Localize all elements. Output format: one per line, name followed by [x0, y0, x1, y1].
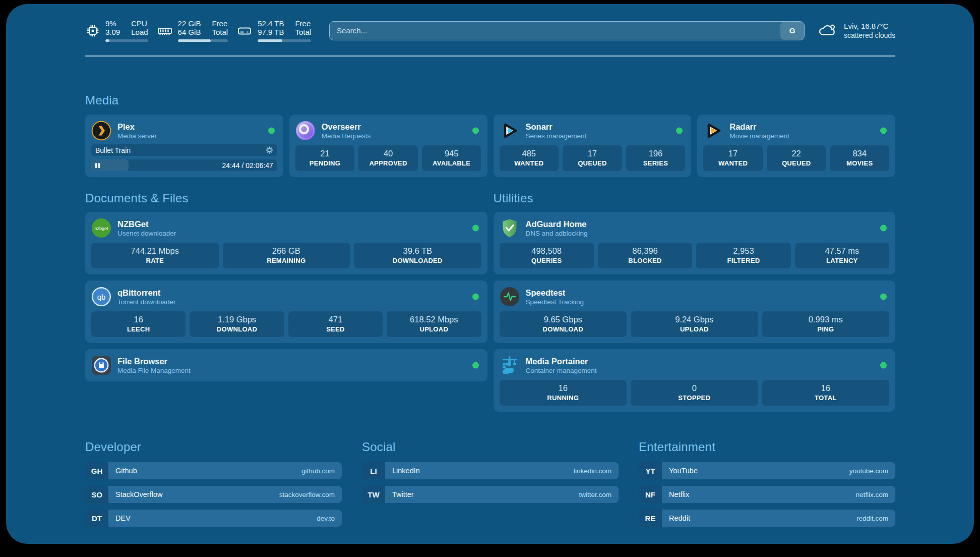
stat-box: 17 WANTED — [703, 145, 763, 171]
stat-label: QUERIES — [502, 256, 592, 265]
stat-box: 47.57 ms LATENCY — [795, 243, 889, 268]
search-provider-button[interactable]: G — [780, 22, 804, 40]
bookmark-group-developer: Developer GH Github github.com SO StackO… — [85, 440, 342, 533]
stat-value: 0.993 ms — [764, 314, 888, 325]
bookmark-name: Netflix — [669, 490, 689, 498]
bookmark-name: Github — [115, 467, 137, 475]
stat-box: 9.65 Gbps DOWNLOAD — [500, 311, 627, 337]
service-card-qbittorrent[interactable]: qb qBittorrent Torrent downloader — [85, 281, 487, 343]
bookmark-group-entertainment: Entertainment YT YouTube youtube.com NF … — [639, 440, 895, 533]
bookmark-url: youtube.com — [849, 467, 888, 475]
service-card-overseerr[interactable]: Overseerr Media Requests 21 PENDING 40 A… — [289, 115, 487, 177]
stat-label: LEECH — [93, 325, 183, 333]
stat-box: 834 MOVIES — [830, 145, 889, 171]
bookmark-twitter[interactable]: TW Twitter twitter.com — [362, 486, 619, 503]
status-dot — [676, 128, 683, 134]
stat-label: REMAINING — [225, 256, 348, 265]
bookmark-abbr: RE — [639, 510, 662, 527]
stat-label: DOWNLOAD — [502, 325, 625, 333]
gear-icon[interactable] — [266, 146, 273, 154]
stat-value: 618.52 Mbps — [389, 314, 479, 325]
service-card-speedtest[interactable]: Speedtest Speedtest Tracking 9.65 Gbps D… — [494, 281, 896, 343]
cpu-progress-fill — [105, 39, 109, 42]
stat-label: PENDING — [297, 159, 353, 168]
stat-label: APPROVED — [360, 159, 416, 168]
stat-box: 196 SERIES — [626, 145, 686, 171]
stat-box: 9.24 Gbps UPLOAD — [631, 311, 758, 337]
bookmark-abbr: TW — [362, 486, 385, 503]
bookmark-youtube[interactable]: YT YouTube youtube.com — [639, 462, 895, 479]
stat-value: 266 GB — [225, 246, 348, 256]
bookmark-url: twitter.com — [579, 491, 611, 498]
bookmark-abbr: LI — [362, 462, 385, 479]
adguard-icon — [500, 218, 520, 238]
bookmark-reddit[interactable]: RE Reddit reddit.com — [639, 510, 895, 527]
qbittorrent-icon: qb — [91, 287, 111, 307]
bookmark-abbr: NF — [639, 486, 662, 503]
stat-box: 0.993 ms PING — [762, 311, 890, 337]
bookmark-url: netflix.com — [855, 491, 888, 498]
service-subtitle: Usenet downloader — [117, 229, 176, 238]
bookmark-name: DEV — [115, 514, 131, 522]
service-card-sonarr[interactable]: Sonarr Series management 485 WANTED 17 Q… — [494, 115, 692, 177]
stat-value: 1.19 Gbps — [192, 314, 282, 325]
stat-box: 17 QUEUED — [563, 145, 622, 171]
now-playing-title: Bullet Train — [95, 146, 266, 154]
service-card-radarr[interactable]: Radarr Movie management 17 WANTED 22 QUE… — [697, 115, 895, 177]
stat-value: 196 — [628, 148, 684, 159]
stat-box: 16 RUNNING — [500, 380, 627, 406]
stat-box: 945 AVAILABLE — [422, 145, 481, 171]
section-title-media: Media — [85, 93, 895, 107]
status-dot — [880, 362, 887, 369]
disk-icon — [236, 23, 253, 38]
disk-progress-fill — [258, 39, 282, 42]
cpu-widget: 9% 3.09 CPU Load — [85, 19, 148, 42]
bookmark-dev[interactable]: DT DEV dev.to — [85, 510, 342, 527]
bookmark-abbr: SO — [85, 486, 108, 503]
bookmark-name: Twitter — [392, 490, 414, 498]
service-subtitle: Speedtest Tracking — [526, 298, 584, 306]
service-subtitle: Container management — [526, 366, 597, 375]
stat-value: 9.24 Gbps — [633, 314, 756, 325]
stat-value: 40 — [360, 148, 416, 159]
bookmark-abbr: YT — [639, 462, 662, 479]
stat-label: SERIES — [628, 159, 684, 168]
search-input[interactable] — [330, 22, 780, 40]
stat-box: 2,953 FILTERED — [696, 243, 790, 268]
stat-value: 39.6 TB — [356, 246, 479, 256]
service-card-plex[interactable]: Plex Media server Bullet Train — [85, 115, 283, 177]
service-card-adguard[interactable]: AdGuard Home DNS and adblocking 498,508 … — [494, 212, 896, 274]
stat-value: 17 — [565, 148, 620, 159]
cpu-icon — [85, 23, 100, 38]
radarr-icon — [703, 121, 723, 141]
service-subtitle: Media Requests — [322, 132, 371, 140]
service-card-filebrowser[interactable]: File Browser Media File Management — [85, 349, 487, 381]
service-card-nzbget[interactable]: nzbget NZBGet Usenet downloader 74 — [85, 212, 487, 274]
sonarr-icon — [500, 121, 520, 141]
status-dot — [880, 128, 887, 134]
memory-label-2: Total — [212, 28, 228, 36]
stat-box: 1.19 Gbps DOWNLOAD — [190, 311, 284, 337]
service-title: AdGuard Home — [526, 219, 588, 229]
memory-progress-track — [178, 39, 228, 42]
stat-value: 485 — [502, 148, 557, 159]
service-title: Radarr — [729, 122, 789, 132]
disk-free-value: 52.4 TB — [258, 19, 284, 28]
disk-progress-track — [258, 39, 311, 42]
stat-label: PING — [764, 325, 888, 333]
stat-value: 16 — [93, 314, 183, 325]
stat-label: WANTED — [705, 159, 761, 168]
cpu-label-1: CPU — [131, 19, 148, 28]
service-subtitle: DNS and adblocking — [526, 229, 588, 238]
service-card-portainer[interactable]: Media Portainer Container management 16 … — [494, 349, 896, 412]
bookmark-github[interactable]: GH Github github.com — [85, 462, 342, 479]
bookmark-netflix[interactable]: NF Netflix netflix.com — [639, 486, 895, 503]
section-title-developer: Developer — [85, 440, 342, 454]
stat-box: 471 SEED — [288, 311, 383, 337]
bookmark-stackoverflow[interactable]: SO StackOverflow stackoverflow.com — [85, 486, 342, 503]
disk-label-1: Free — [295, 19, 311, 28]
stat-value: 47.57 ms — [797, 246, 887, 256]
stat-value: 22 — [769, 148, 824, 159]
bookmark-linkedin[interactable]: LI LinkedIn linkedin.com — [362, 462, 619, 479]
pause-icon[interactable] — [95, 163, 100, 168]
